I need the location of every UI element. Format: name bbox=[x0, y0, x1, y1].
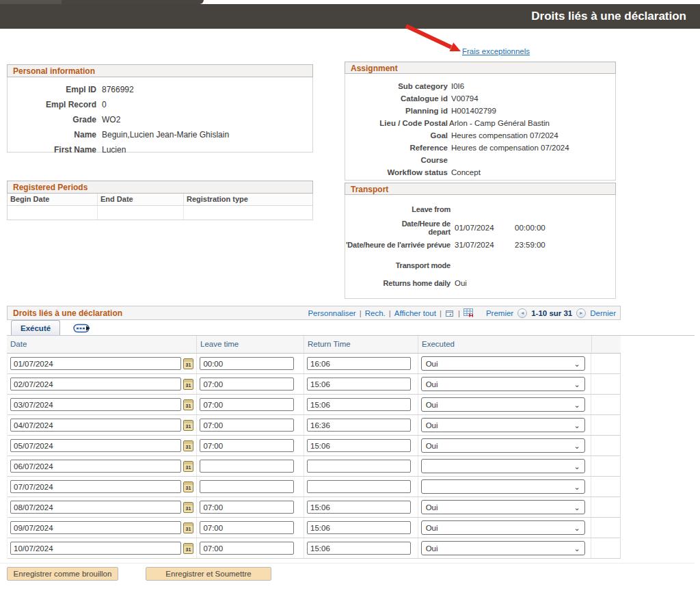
field-label: Catalogue id bbox=[345, 94, 448, 103]
field-value: H001402799 bbox=[451, 107, 496, 115]
leave-time-input[interactable] bbox=[200, 398, 294, 411]
calendar-icon[interactable]: 31 bbox=[183, 481, 193, 492]
date-input[interactable] bbox=[10, 521, 181, 534]
empty-cell bbox=[591, 477, 620, 497]
separator: | bbox=[360, 309, 362, 317]
assignment-section: Assignment Sub category I0I6 Catalogue i… bbox=[345, 62, 616, 181]
return-time-input[interactable] bbox=[307, 378, 411, 391]
calendar-icon[interactable]: 31 bbox=[183, 399, 193, 410]
bottom-divider bbox=[0, 563, 695, 564]
executed-select[interactable]: ⌄ bbox=[421, 459, 585, 473]
leave-time-input[interactable] bbox=[200, 378, 294, 391]
calendar-icon[interactable]: 31 bbox=[183, 461, 193, 472]
leave-time-input[interactable] bbox=[200, 439, 294, 452]
executed-select[interactable]: Oui⌄ bbox=[421, 438, 585, 453]
field-value: 31/07/2024 bbox=[455, 241, 515, 249]
field-row: Leave from bbox=[345, 203, 615, 215]
field-row: First Name Lucien bbox=[8, 145, 312, 160]
date-input[interactable] bbox=[10, 419, 181, 432]
return-time-input[interactable] bbox=[307, 460, 411, 473]
executed-select[interactable]: Oui⌄ bbox=[421, 541, 585, 555]
leave-time-input[interactable] bbox=[200, 419, 294, 432]
popup-window-icon[interactable] bbox=[445, 309, 455, 317]
save-draft-button[interactable]: Enregistrer comme brouillon bbox=[7, 567, 118, 581]
personnaliser-link[interactable]: Personnaliser bbox=[308, 309, 355, 317]
grid-toolbar-links: Personnaliser | Rech. | Afficher tout | … bbox=[308, 308, 474, 318]
calendar-icon[interactable]: 31 bbox=[183, 440, 193, 451]
field-row: Transport mode bbox=[345, 259, 615, 272]
frais-exceptionnels-link[interactable]: Frais exceptionnels bbox=[462, 47, 530, 55]
return-time-input[interactable] bbox=[307, 501, 411, 514]
return-time-input[interactable] bbox=[307, 398, 411, 411]
executed-select[interactable]: ⌄ bbox=[421, 479, 585, 494]
rech-link[interactable]: Rech. bbox=[365, 309, 386, 317]
executed-select[interactable]: Oui⌄ bbox=[421, 520, 585, 535]
chevron-down-icon: ⌄ bbox=[574, 525, 580, 531]
calendar-icon[interactable]: 31 bbox=[183, 502, 193, 513]
executed-select[interactable]: Oui⌄ bbox=[421, 397, 585, 412]
date-input[interactable] bbox=[10, 398, 181, 411]
leave-time-input[interactable] bbox=[200, 542, 294, 555]
first-page-link[interactable]: Premier bbox=[486, 309, 513, 317]
executed-select[interactable]: Oui⌄ bbox=[421, 356, 585, 371]
field-value: 01/07/2024 bbox=[455, 224, 515, 232]
save-submit-button[interactable]: Enregistrer et Soumettre bbox=[146, 567, 271, 581]
date-input[interactable] bbox=[10, 439, 181, 452]
table-row: 31 Oui⌄ bbox=[8, 518, 620, 538]
column-header: Registration type bbox=[184, 194, 312, 205]
executed-select[interactable]: Oui⌄ bbox=[421, 500, 585, 514]
date-input[interactable] bbox=[10, 480, 181, 493]
date-input[interactable] bbox=[10, 378, 181, 391]
table-cell bbox=[8, 206, 98, 220]
date-input[interactable] bbox=[10, 460, 181, 473]
return-time-input[interactable] bbox=[307, 521, 411, 534]
date-input[interactable] bbox=[10, 542, 181, 555]
field-label: Empl ID bbox=[8, 85, 96, 94]
leave-time-input[interactable] bbox=[200, 521, 294, 534]
column-header-executed[interactable]: Executed bbox=[418, 336, 592, 353]
grid-tab-bar: Exécuté bbox=[7, 320, 621, 336]
field-value: Heures compensation 07/2024 bbox=[451, 131, 558, 140]
field-value: Heures de compensation 07/2024 bbox=[451, 144, 569, 152]
executed-select[interactable]: Oui⌄ bbox=[421, 418, 585, 432]
column-header-return-time[interactable]: Return Time bbox=[304, 336, 418, 353]
leave-time-input[interactable] bbox=[200, 460, 294, 473]
tab-execute[interactable]: Exécuté bbox=[11, 320, 60, 335]
field-label: Transport mode bbox=[345, 261, 450, 269]
return-time-input[interactable] bbox=[307, 439, 411, 452]
calendar-icon[interactable]: 31 bbox=[183, 358, 193, 369]
next-arrow-icon: ► bbox=[579, 310, 584, 315]
return-time-input[interactable] bbox=[307, 357, 411, 370]
column-header-date[interactable]: Date bbox=[7, 336, 197, 353]
empty-cell bbox=[591, 415, 620, 435]
leave-time-input[interactable] bbox=[200, 480, 294, 493]
field-value: Oui bbox=[455, 279, 515, 287]
calendar-icon[interactable]: 31 bbox=[183, 379, 193, 390]
return-time-input[interactable] bbox=[307, 419, 411, 432]
calendar-icon[interactable]: 31 bbox=[183, 543, 193, 554]
transport-body: Leave from Date/Heure de depart 01/07/20… bbox=[345, 195, 616, 299]
field-row: Grade WO2 bbox=[8, 115, 312, 130]
field-row: Planning id H001402799 bbox=[345, 107, 615, 119]
afficher-tout-link[interactable]: Afficher tout bbox=[394, 309, 436, 317]
field-label: Reference bbox=[345, 144, 448, 152]
field-row: Reference Heures de compensation 07/2024 bbox=[345, 144, 615, 156]
leave-time-input[interactable] bbox=[200, 501, 294, 514]
show-all-columns-icon[interactable] bbox=[73, 323, 92, 333]
executed-select[interactable]: Oui⌄ bbox=[421, 377, 585, 391]
date-input[interactable] bbox=[10, 501, 181, 514]
next-page-button[interactable]: ► bbox=[576, 308, 586, 318]
column-header-leave-time[interactable]: Leave time bbox=[197, 336, 304, 353]
table-row: 31 Oui⌄ bbox=[8, 436, 620, 456]
calendar-icon[interactable]: 31 bbox=[183, 523, 193, 533]
return-time-input[interactable] bbox=[307, 542, 411, 555]
leave-time-input[interactable] bbox=[200, 357, 294, 370]
last-page-link[interactable]: Dernier bbox=[590, 309, 616, 317]
return-time-input[interactable] bbox=[307, 480, 411, 493]
date-input[interactable] bbox=[10, 357, 181, 370]
download-to-excel-icon[interactable] bbox=[463, 308, 474, 318]
calendar-icon[interactable]: 31 bbox=[183, 420, 193, 431]
section-title: Transport bbox=[345, 183, 616, 195]
previous-page-button[interactable]: ◄ bbox=[517, 308, 527, 318]
field-row: Returns home daily Oui bbox=[345, 277, 615, 289]
